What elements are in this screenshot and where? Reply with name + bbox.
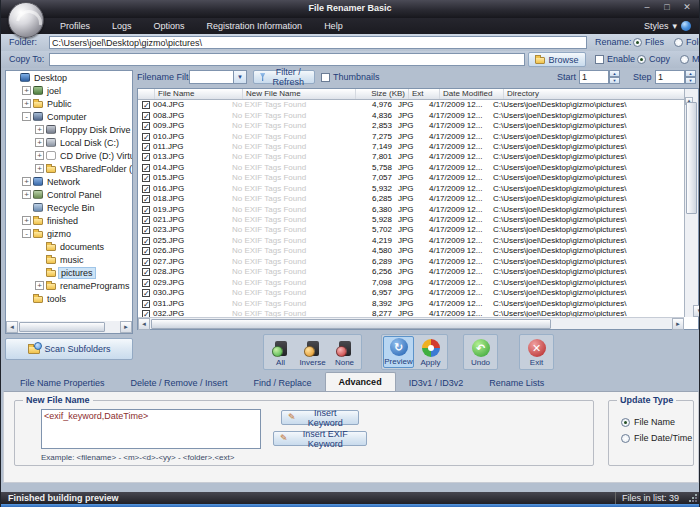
action-button-exit[interactable]: ✕Exit	[521, 336, 552, 368]
tree-expander-plus-icon[interactable]: +	[22, 216, 31, 225]
column-header-file-name[interactable]: File Name	[155, 89, 243, 99]
copymove-option-move[interactable]: Move	[680, 54, 700, 64]
menu-item-registration-information[interactable]: Registration Information	[196, 18, 314, 34]
table-row[interactable]: 023.JPGNo EXIF Tags Found5,702JPG4/17/20…	[138, 225, 698, 235]
column-header-new-file-name[interactable]: New File Name	[243, 89, 356, 99]
insert-exif-keyword-button[interactable]: ✎ Insert EXIF Keyword	[273, 431, 367, 446]
tree-expander-plus-icon[interactable]: +	[35, 151, 44, 160]
menu-item-options[interactable]: Options	[143, 18, 196, 34]
table-row[interactable]: 029.JPGNo EXIF Tags Found7,098JPG4/17/20…	[138, 277, 698, 287]
row-checkbox-checked-icon[interactable]	[142, 195, 150, 203]
row-checkbox-checked-icon[interactable]	[142, 174, 150, 182]
scroll-left-icon[interactable]: ◄	[138, 318, 150, 330]
copyto-input[interactable]	[49, 53, 525, 66]
table-row[interactable]: 010.JPGNo EXIF Tags Found7,275JPG4/17/20…	[138, 131, 698, 141]
column-header-size-kb[interactable]: Size (KB)	[356, 89, 409, 99]
tree-item-control-panel[interactable]: +Control Panel	[6, 188, 132, 201]
action-button-none[interactable]: None	[329, 336, 360, 368]
step-input[interactable]	[655, 70, 685, 84]
start-input[interactable]	[579, 70, 609, 84]
tree-item-gizmo[interactable]: -gizmo	[6, 227, 132, 240]
table-row[interactable]: 011.JPGNo EXIF Tags Found7,149JPG4/17/20…	[138, 142, 698, 152]
scroll-down-icon[interactable]: ▼	[693, 305, 700, 317]
filter-refresh-button[interactable]: Filter / Refresh	[253, 70, 315, 84]
row-checkbox-checked-icon[interactable]	[142, 279, 150, 287]
table-row[interactable]: 028.JPGNo EXIF Tags Found6,256JPG4/17/20…	[138, 267, 698, 277]
row-checkbox-checked-icon[interactable]	[142, 226, 150, 234]
row-checkbox-checked-icon[interactable]	[142, 289, 150, 297]
column-header-ext[interactable]: Ext	[409, 89, 440, 99]
table-row[interactable]: 025.JPGNo EXIF Tags Found4,219JPG4/17/20…	[138, 236, 698, 246]
tree-horizontal-scrollbar[interactable]: ◄ ►	[6, 321, 132, 333]
scroll-right-icon[interactable]: ►	[120, 321, 132, 333]
row-checkbox-checked-icon[interactable]	[142, 247, 150, 255]
update-type-option-file-date-time[interactable]: File Date/Time	[621, 433, 692, 443]
tab-delete-remove-insert[interactable]: Delete / Remove / Insert	[118, 375, 241, 391]
table-row[interactable]: 021.JPGNo EXIF Tags Found5,928JPG4/17/20…	[138, 215, 698, 225]
spin-down-icon[interactable]: ▼	[685, 77, 696, 84]
tree-item-documents[interactable]: documents	[6, 240, 132, 253]
scan-subfolders-button[interactable]: Scan Subfolders	[5, 338, 133, 360]
row-checkbox-checked-icon[interactable]	[142, 101, 150, 109]
tab-advanced[interactable]: Advanced	[325, 372, 396, 391]
tree-expander-minus-icon[interactable]: -	[22, 229, 31, 238]
tree-item-cd-drive-d-virtualbox-guest[interactable]: +CD Drive (D:) VirtualBox Guest	[6, 149, 132, 162]
spin-down-icon[interactable]: ▼	[609, 77, 620, 84]
tree-expander-plus-icon[interactable]: +	[35, 281, 44, 290]
action-button-apply[interactable]: Apply	[415, 336, 446, 368]
folder-input[interactable]	[49, 36, 587, 49]
table-vertical-scrollbar[interactable]: ▲ ▼	[684, 89, 698, 317]
table-row[interactable]: 008.JPGNo EXIF Tags Found4,836JPG4/17/20…	[138, 110, 698, 120]
action-button-all[interactable]: All	[265, 336, 296, 368]
browse-button[interactable]: Browse	[528, 52, 586, 67]
tree-expander-plus-icon[interactable]: +	[35, 164, 44, 173]
insert-keyword-button[interactable]: ✎ Insert Keyword	[281, 410, 359, 425]
row-checkbox-checked-icon[interactable]	[142, 112, 150, 120]
scrollbar-thumb[interactable]	[19, 322, 105, 332]
tree-expander-plus-icon[interactable]: +	[22, 190, 31, 199]
table-row[interactable]: 026.JPGNo EXIF Tags Found4,580JPG4/17/20…	[138, 246, 698, 256]
tab-file-name-properties[interactable]: File Name Properties	[7, 375, 118, 391]
table-row[interactable]: 027.JPGNo EXIF Tags Found6,289JPG4/17/20…	[138, 257, 698, 267]
styles-menu[interactable]: Styles ▾	[644, 21, 699, 31]
tab-find-replace[interactable]: Find / Replace	[241, 375, 325, 391]
new-file-name-input[interactable]: <exif_keyword,DateTime>	[41, 409, 261, 449]
action-button-inverse[interactable]: Inverse	[297, 336, 328, 368]
scroll-left-icon[interactable]: ◄	[6, 321, 18, 333]
tree-expander-plus-icon[interactable]: +	[22, 86, 31, 95]
tree-item-vbsharedfolder-vboxsvr-2[interactable]: +VBSharedFolder (\\vboxsvr) (2	[6, 162, 132, 175]
row-checkbox-checked-icon[interactable]	[142, 185, 150, 193]
table-row[interactable]: 015.JPGNo EXIF Tags Found7,057JPG4/17/20…	[138, 173, 698, 183]
menu-item-profiles[interactable]: Profiles	[49, 18, 101, 34]
table-row[interactable]: 019.JPGNo EXIF Tags Found6,380JPG4/17/20…	[138, 204, 698, 214]
table-row[interactable]: 018.JPGNo EXIF Tags Found6,285JPG4/17/20…	[138, 194, 698, 204]
row-checkbox-checked-icon[interactable]	[142, 206, 150, 214]
tree-item-finished[interactable]: +finished	[6, 214, 132, 227]
maximize-icon[interactable]: □	[661, 2, 673, 12]
row-checkbox-checked-icon[interactable]	[142, 300, 150, 308]
tree-expander-plus-icon[interactable]: +	[22, 99, 31, 108]
row-checkbox-checked-icon[interactable]	[142, 133, 150, 141]
tree-expander-minus-icon[interactable]: -	[22, 112, 31, 121]
tree-item-joel[interactable]: +joel	[6, 84, 132, 97]
column-header-checkbox[interactable]	[138, 89, 155, 99]
scrollbar-thumb[interactable]	[151, 319, 551, 329]
action-button-undo[interactable]: ↶Undo	[465, 336, 496, 368]
row-checkbox-checked-icon[interactable]	[142, 153, 150, 161]
tree-item-local-disk-c[interactable]: +Local Disk (C:)	[6, 136, 132, 149]
table-row[interactable]: 030.JPGNo EXIF Tags Found6,957JPG4/17/20…	[138, 288, 698, 298]
dropdown-arrow-icon[interactable]: ▼	[233, 71, 246, 83]
tree-item-public[interactable]: +Public	[6, 97, 132, 110]
update-type-option-file-name[interactable]: File Name	[621, 417, 675, 427]
tree-expander-plus-icon[interactable]: +	[22, 177, 31, 186]
row-checkbox-checked-icon[interactable]	[142, 164, 150, 172]
row-checkbox-checked-icon[interactable]	[142, 268, 150, 276]
scrollbar-thumb[interactable]	[686, 102, 697, 214]
tab-id3v1-id3v2[interactable]: ID3v1 / ID3v2	[396, 375, 477, 391]
row-checkbox-checked-icon[interactable]	[142, 122, 150, 130]
tree-expander-plus-icon[interactable]: +	[35, 125, 44, 134]
tree-item-renameprograms[interactable]: +renamePrograms	[6, 279, 132, 292]
step-stepper[interactable]: ▲ ▼	[685, 70, 696, 84]
table-row[interactable]: 009.JPGNo EXIF Tags Found2,853JPG4/17/20…	[138, 121, 698, 131]
column-header-directory[interactable]: Directory	[504, 89, 685, 99]
